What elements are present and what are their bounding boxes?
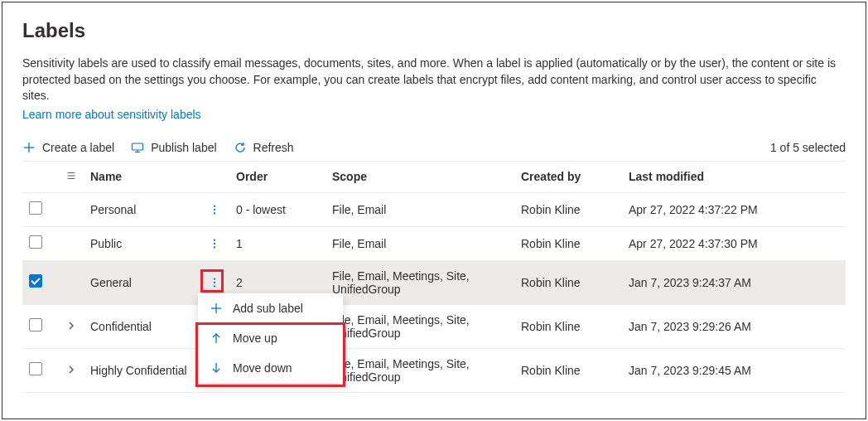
learn-more-link[interactable]: Learn more about sensitivity labels [22,108,201,121]
row-name: Highly Confidential [84,348,200,392]
row-name: Personal [84,192,200,226]
row-created-by: Robin Kline [514,304,622,348]
selection-status: 1 of 5 selected [770,141,846,154]
row-last-modified: Jan 7, 2023 9:29:26 AM [622,304,846,348]
row-checkbox[interactable] [29,318,42,331]
row-order: 1 [229,226,326,260]
row-last-modified: Apr 27, 2022 4:37:30 PM [622,226,846,260]
more-actions-icon[interactable] [206,274,223,291]
table-row[interactable]: Highly ConfidentialFile, Email, Meetings… [22,348,846,392]
row-checkbox[interactable] [29,235,42,249]
col-header-scope[interactable]: Scope [326,161,514,192]
svg-point-15 [214,282,215,283]
col-header-order[interactable]: Order [229,161,326,192]
svg-point-13 [214,246,215,248]
publish-icon [131,141,144,154]
row-last-modified: Jan 7, 2023 9:29:45 AM [622,348,846,392]
refresh-button[interactable]: Refresh [234,141,294,154]
svg-point-8 [214,205,215,206]
row-name: Public [84,226,200,260]
svg-rect-2 [133,143,143,150]
row-checkbox[interactable] [29,274,42,288]
menu-add-sub-label[interactable]: Add sub label [198,293,343,323]
table-row[interactable]: Personal0 - lowestFile, EmailRobin Kline… [22,192,846,226]
table-row[interactable]: ConfidentialFile, Email, Meetings, Site,… [22,304,846,348]
row-order: 0 - lowest [229,192,326,226]
col-header-name[interactable]: Name [84,161,200,192]
row-last-modified: Apr 27, 2022 4:37:22 PM [622,192,846,226]
publish-label-button[interactable]: Publish label [131,141,216,154]
menu-add-sub-label-text: Add sub label [233,302,303,315]
menu-move-down-text: Move down [233,361,292,375]
row-scope: File, Email [326,226,514,260]
svg-point-9 [214,209,215,210]
menu-move-up[interactable]: Move up [198,323,343,353]
svg-point-12 [214,243,215,244]
more-actions-icon[interactable] [206,235,223,252]
row-last-modified: Jan 7, 2023 9:24:37 AM [622,260,846,304]
create-label-button[interactable]: Create a label [22,141,114,154]
page-title: Labels [22,19,846,42]
row-scope: File, Email, Meetings, Site, UnifiedGrou… [326,260,514,304]
list-icon[interactable] [65,171,77,184]
labels-table: Name Order Scope Created by Last modifie… [22,161,846,393]
svg-point-16 [214,285,215,287]
refresh-icon [234,141,247,154]
row-created-by: Robin Kline [514,226,622,260]
page-description: Sensitivity labels are used to classify … [22,56,842,104]
row-created-by: Robin Kline [514,348,622,392]
row-name: General [84,260,200,304]
row-created-by: Robin Kline [514,260,622,304]
row-name: Confidential [84,304,200,348]
row-checkbox[interactable] [29,201,42,215]
create-label-text: Create a label [42,141,114,154]
menu-move-up-text: Move up [233,331,277,345]
col-header-last-modified[interactable]: Last modified [622,161,846,192]
context-menu: Add sub label Move up Move down [198,293,343,383]
menu-move-down[interactable]: Move down [198,353,343,383]
chevron-right-icon[interactable] [66,321,76,331]
col-header-created-by[interactable]: Created by [514,161,622,192]
row-scope: File, Email, Meetings, Site, UnifiedGrou… [326,348,514,392]
row-created-by: Robin Kline [514,192,622,226]
arrow-down-icon [210,361,223,375]
publish-label-text: Publish label [151,141,216,154]
table-row[interactable]: General2File, Email, Meetings, Site, Uni… [22,260,846,304]
row-scope: File, Email, Meetings, Site, UnifiedGrou… [326,304,514,348]
svg-point-11 [214,239,215,240]
svg-point-10 [214,212,215,214]
row-scope: File, Email [326,192,514,226]
arrow-up-icon [210,331,223,345]
refresh-text: Refresh [253,141,294,154]
plus-icon [210,302,223,315]
table-row[interactable]: Public1File, EmailRobin KlineApr 27, 202… [22,226,846,260]
more-actions-icon[interactable] [206,201,223,218]
plus-icon [22,141,36,154]
chevron-right-icon[interactable] [66,365,76,375]
svg-point-14 [214,278,215,279]
row-checkbox[interactable] [29,362,42,375]
